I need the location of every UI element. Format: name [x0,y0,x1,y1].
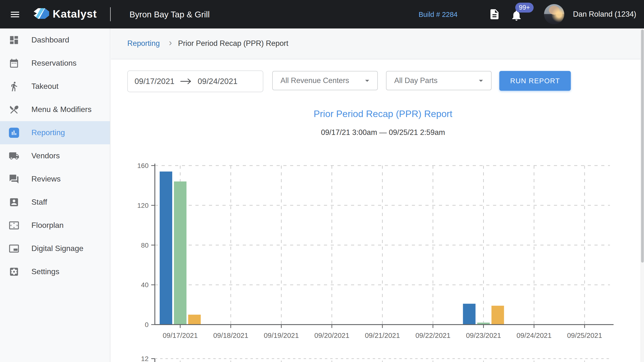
svg-text:09/22/2021: 09/22/2021 [416,332,450,339]
topbar-divider [110,7,111,21]
sidebar-item-label: Settings [32,267,60,276]
svg-text:40: 40 [141,281,148,289]
revenue-centers-select[interactable]: All Revenue Centers [272,71,378,90]
svg-text:09/18/2021: 09/18/2021 [213,332,248,339]
sidebar-item-staff[interactable]: Staff [0,191,110,214]
venue-title: Byron Bay Tap & Grill [130,10,210,19]
sidebar-item-label: Reporting [32,128,65,137]
sidebar-item-label: Reviews [32,174,61,183]
katalyst-logo-icon [33,8,50,19]
dashboard-icon [9,35,19,45]
breadcrumb: Reporting › Prior Period Recap (PPR) Rep… [111,28,640,59]
menu-icon[interactable] [10,9,20,20]
truck-icon [9,151,19,161]
day-parts-select[interactable]: All Day Parts [386,71,492,90]
build-number: Build # 2284 [418,11,458,18]
sidebar-item-settings[interactable]: Settings [0,260,110,283]
sidebar-item-floorplan[interactable]: Floorplan [0,214,110,237]
svg-text:09/19/2021: 09/19/2021 [264,332,299,339]
svg-text:09/21/2021: 09/21/2021 [365,332,400,339]
person-badge-icon [9,197,19,208]
chevron-down-icon [476,76,486,85]
sidebar-item-vendors[interactable]: Vendors [0,144,110,167]
sidebar-item-label: Staff [32,198,47,207]
svg-text:0: 0 [145,321,148,329]
arrow-right-icon [179,77,193,86]
day-parts-value: All Day Parts [394,76,438,85]
svg-text:09/23/2021: 09/23/2021 [466,332,501,339]
scrollbar-thumb[interactable] [641,29,644,263]
top-bar: Katalyst Byron Bay Tap & Grill Build # 2… [0,0,644,28]
svg-text:09/25/2021: 09/25/2021 [567,332,602,339]
chevron-down-icon [362,76,372,85]
sidebar-item-label: Takeout [32,82,58,91]
sidebar-item-reviews[interactable]: Reviews [0,167,110,191]
sidebar-item-label: Menu & Modifiers [32,105,92,114]
calendar-icon [9,58,19,68]
svg-text:09/24/2021: 09/24/2021 [516,332,552,339]
sidebar-item-reporting[interactable]: Reporting [0,121,110,144]
chat-bubbles-icon [9,174,19,184]
date-end-value: 09/24/2021 [198,77,238,86]
sidebar-item-label: Reservations [32,59,76,67]
watermark-icon [9,243,19,254]
sidebar-nav: DashboardReservationsTakeoutMenu & Modif… [0,28,110,362]
sidebar-item-label: Floorplan [32,221,64,230]
svg-text:80: 80 [141,242,148,249]
svg-text:09/17/2021: 09/17/2021 [162,332,198,339]
fork-spoon-icon [9,104,19,115]
svg-text:160: 160 [137,162,148,169]
svg-text:120: 120 [137,202,148,209]
sidebar-item-menu-modifiers[interactable]: Menu & Modifiers [0,98,110,121]
svg-text:12: 12 [141,355,148,362]
sidebar-item-dashboard[interactable]: Dashboard [0,28,110,52]
brand-name: Katalyst [53,9,97,19]
date-range-picker[interactable]: 09/17/2021 09/24/2021 [127,70,263,92]
report-title: Prior Period Recap (PPR) Report [155,109,611,119]
scrollbar-track[interactable] [640,28,644,362]
revenue-centers-value: All Revenue Centers [280,76,349,85]
walking-person-icon [9,81,19,92]
document-icon[interactable] [488,8,500,20]
sidebar-item-digital-signage[interactable]: Digital Signage [0,237,110,260]
report-subtitle: 09/17/21 3:00am — 09/25/21 2:59am [155,128,611,137]
svg-text:09/20/2021: 09/20/2021 [314,332,349,339]
sidebar-item-takeout[interactable]: Takeout [0,75,110,98]
notification-count-badge: 99+ [515,3,534,12]
breadcrumb-current: Prior Period Recap (PPR) Report [178,39,288,48]
overscan-icon [9,220,19,231]
gear-icon [9,266,19,277]
bar-chart-icon [9,127,19,138]
sidebar-item-label: Vendors [32,151,60,160]
user-avatar[interactable] [544,4,564,24]
run-report-button[interactable]: RUN REPORT [499,71,571,91]
sidebar-item-label: Digital Signage [32,244,83,253]
sidebar-item-reservations[interactable]: Reservations [0,52,110,75]
chevron-right-icon: › [169,38,172,48]
sidebar-item-label: Dashboard [32,35,69,44]
date-start-value: 09/17/2021 [134,77,174,86]
user-name[interactable]: Dan Roland (1234) [573,10,636,18]
breadcrumb-link-reporting[interactable]: Reporting [127,39,160,48]
